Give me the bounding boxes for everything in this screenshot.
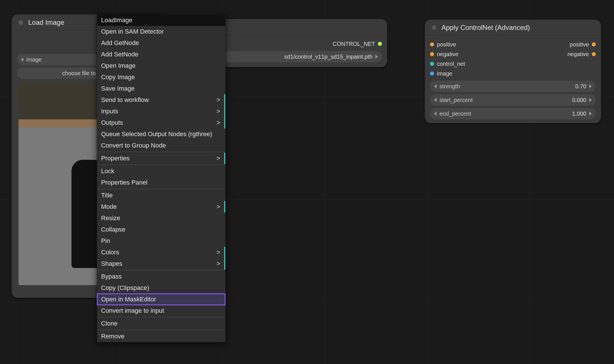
collapse-dot-icon[interactable] bbox=[432, 25, 436, 30]
widget-value: 0.70 bbox=[466, 83, 586, 90]
widget-label: end_percent bbox=[439, 111, 471, 117]
widget-start-percent[interactable]: start_percent 0.000 bbox=[430, 94, 596, 106]
input-port-control-net[interactable]: control_net bbox=[430, 59, 465, 69]
port-label: positive bbox=[437, 41, 456, 48]
menu-item-collapse[interactable]: Collapse bbox=[97, 224, 225, 235]
menu-item-convert-to-group-node[interactable]: Convert to Group Node bbox=[97, 140, 225, 151]
menu-item-convert-image-to-input[interactable]: Convert image to input bbox=[97, 305, 225, 316]
widget-value: 0.000 bbox=[478, 97, 586, 103]
widget-strength[interactable]: strength 0.70 bbox=[430, 81, 596, 92]
port-dot-icon bbox=[378, 42, 382, 46]
menu-item-inputs[interactable]: Inputs bbox=[97, 106, 225, 117]
menu-item-open-in-sam-detector[interactable]: Open in SAM Detector bbox=[97, 26, 225, 37]
menu-item-send-to-workflow[interactable]: Send to workflow bbox=[97, 94, 225, 106]
menu-item-remove[interactable]: Remove bbox=[97, 331, 225, 342]
menu-item-add-setnode[interactable]: Add SetNode bbox=[97, 49, 225, 60]
chevron-right-icon[interactable] bbox=[589, 84, 592, 88]
chevron-right-icon[interactable] bbox=[589, 112, 592, 116]
widget-end-percent[interactable]: end_percent 1.000 bbox=[430, 108, 596, 119]
output-port-controlnet[interactable]: CONTROL_NET bbox=[333, 39, 382, 49]
chevron-left-icon[interactable] bbox=[434, 84, 437, 88]
port-label: control_net bbox=[437, 61, 465, 67]
port-label: negative bbox=[567, 51, 589, 58]
node-title: Apply ControlNet (Advanced) bbox=[441, 24, 530, 31]
menu-item-pin[interactable]: Pin bbox=[97, 235, 225, 247]
port-label: CONTROL_NET bbox=[333, 41, 375, 47]
menu-item-clone[interactable]: Clone bbox=[97, 318, 225, 329]
chevron-right-icon[interactable] bbox=[589, 98, 592, 102]
port-dot-icon bbox=[430, 62, 434, 66]
menu-item-mode[interactable]: Mode bbox=[97, 201, 225, 212]
menu-separator bbox=[97, 330, 225, 330]
menu-item-outputs[interactable]: Outputs bbox=[97, 117, 225, 128]
chevron-left-icon[interactable] bbox=[434, 98, 437, 102]
input-port-negative[interactable]: negative bbox=[430, 49, 465, 59]
node-header[interactable]: Apply ControlNet (Advanced) bbox=[425, 20, 601, 36]
menu-item-shapes[interactable]: Shapes bbox=[97, 258, 225, 269]
menu-item-add-getnode[interactable]: Add GetNode bbox=[97, 37, 225, 49]
chevron-left-icon[interactable] bbox=[434, 112, 437, 116]
menu-item-open-image[interactable]: Open Image bbox=[97, 60, 225, 71]
menu-item-title[interactable]: Title bbox=[97, 190, 225, 201]
menu-item-copy-clipspace[interactable]: Copy (Clipspace) bbox=[97, 282, 225, 294]
widget-label: start_percent bbox=[439, 97, 473, 103]
output-port-negative[interactable]: negative bbox=[567, 49, 596, 59]
widget-label: image bbox=[26, 56, 42, 63]
menu-item-open-in-maskeditor[interactable]: Open in MaskEditor bbox=[97, 294, 225, 305]
menu-separator bbox=[97, 165, 225, 165]
menu-separator bbox=[97, 189, 225, 189]
menu-item-queue-selected-output-nodes-rgthree[interactable]: Queue Selected Output Nodes (rgthree) bbox=[97, 128, 225, 140]
node-apply-controlnet-advanced[interactable]: Apply ControlNet (Advanced) positive neg… bbox=[425, 19, 601, 123]
menu-item-bypass[interactable]: Bypass bbox=[97, 271, 225, 282]
node-title: Load Image bbox=[28, 19, 64, 26]
chevron-right-icon[interactable] bbox=[375, 55, 378, 59]
port-label: image bbox=[437, 70, 452, 77]
node-context-menu[interactable]: LoadImageOpen in SAM DetectorAdd GetNode… bbox=[97, 14, 226, 342]
port-dot-icon bbox=[592, 52, 596, 56]
menu-separator bbox=[97, 270, 225, 270]
port-dot-icon bbox=[430, 52, 434, 56]
menu-separator bbox=[97, 317, 225, 317]
menu-item-lock[interactable]: Lock bbox=[97, 165, 225, 177]
chevron-left-icon[interactable] bbox=[21, 58, 23, 62]
menu-item-copy-image[interactable]: Copy Image bbox=[97, 71, 225, 83]
menu-item-properties[interactable]: Properties bbox=[97, 153, 225, 164]
port-label: positive bbox=[570, 41, 589, 48]
menu-item-properties-panel[interactable]: Properties Panel bbox=[97, 177, 225, 188]
widget-label: strength bbox=[439, 83, 460, 90]
port-dot-icon bbox=[592, 42, 596, 46]
output-port-positive[interactable]: positive bbox=[567, 40, 596, 49]
collapse-dot-icon[interactable] bbox=[19, 20, 23, 25]
input-port-image[interactable]: image bbox=[430, 69, 465, 78]
input-port-positive[interactable]: positive bbox=[430, 40, 465, 49]
port-label: negative bbox=[437, 51, 459, 58]
menu-item-colors[interactable]: Colors bbox=[97, 247, 225, 258]
menu-item-save-image[interactable]: Save Image bbox=[97, 83, 225, 94]
menu-separator bbox=[97, 152, 225, 152]
widget-value: 1.000 bbox=[477, 111, 586, 117]
port-dot-icon bbox=[430, 71, 434, 75]
menu-item-loadimage[interactable]: LoadImage bbox=[97, 15, 225, 26]
port-dot-icon bbox=[430, 42, 434, 46]
menu-item-resize[interactable]: Resize bbox=[97, 212, 225, 224]
